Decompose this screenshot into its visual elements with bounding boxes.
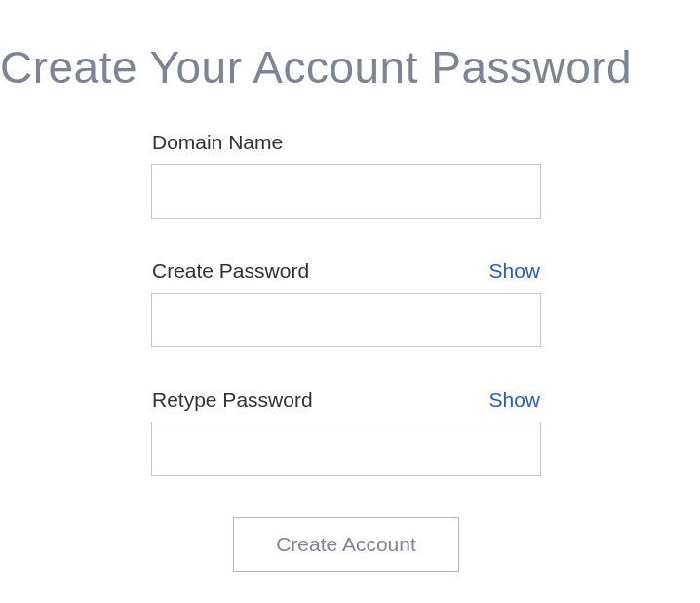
create-password-group: Create Password Show: [151, 260, 541, 347]
domain-name-label: Domain Name: [152, 131, 283, 154]
domain-name-group: Domain Name: [151, 131, 541, 219]
create-account-button[interactable]: Create Account: [233, 517, 459, 572]
show-retype-password-link[interactable]: Show: [488, 388, 540, 412]
create-account-form: Domain Name Create Password Show Retype …: [151, 131, 541, 572]
retype-password-group: Retype Password Show: [151, 388, 541, 476]
retype-password-label: Retype Password: [152, 388, 313, 412]
page-title: Create Your Account Password: [0, 41, 700, 94]
create-password-label: Create Password: [152, 260, 309, 283]
create-password-input[interactable]: [151, 293, 541, 347]
retype-password-input[interactable]: [151, 422, 541, 476]
domain-name-input[interactable]: [151, 164, 541, 219]
show-password-link[interactable]: Show: [488, 260, 540, 283]
